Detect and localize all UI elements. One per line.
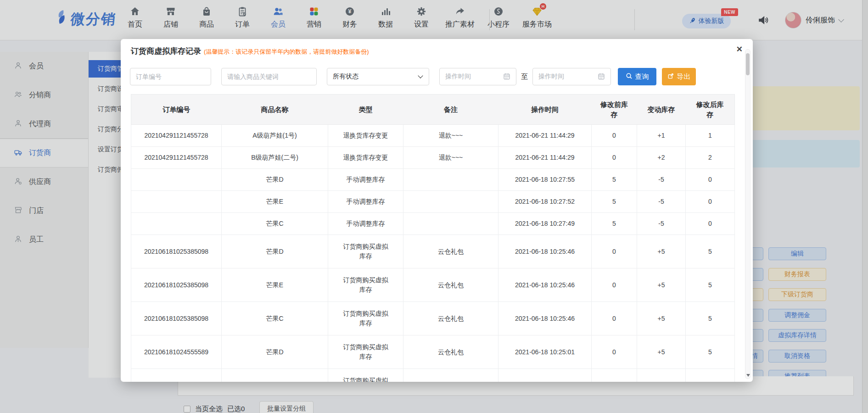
- column-header: 备注: [403, 95, 498, 125]
- stock-table-wrap: 订单编号商品名称类型备注操作时间修改前库存变动库存修改后库存2021042911…: [131, 94, 734, 382]
- modal-title: 订货商虚拟库存记录: [131, 47, 201, 56]
- table-cell: 2021-06-18 10:25:46: [498, 302, 592, 335]
- table-cell: 云仓礼包: [403, 302, 498, 335]
- scrollbar-thumb[interactable]: [746, 53, 750, 75]
- table-cell: 5: [592, 169, 637, 191]
- table-row: 202106181025385098芒果C订货商购买虚拟库存云仓礼包2021-0…: [131, 302, 735, 335]
- modal-scrollbar: [745, 49, 750, 379]
- table-cell: 2021-06-21 11:44:29: [498, 125, 592, 147]
- table-cell: 0: [686, 213, 735, 235]
- screen: 微分销 首页店铺商品订单会员营销¥财务数据设置推广素材小程序H服务市场 体验新版…: [0, 0, 868, 413]
- table-cell: 云仓礼包: [403, 369, 498, 382]
- column-header: 类型: [328, 95, 403, 125]
- table-header-row: 订单编号商品名称类型备注操作时间修改前库存变动库存修改后库存: [131, 95, 735, 125]
- table-cell: 5: [686, 369, 735, 382]
- export-button[interactable]: 导出: [662, 68, 696, 85]
- table-cell: [131, 213, 222, 235]
- table-cell: 订货商购买虚拟库存: [328, 268, 403, 302]
- table-cell: +2: [637, 147, 686, 169]
- start-time-input[interactable]: 操作时间: [439, 68, 516, 85]
- to-label: 至: [521, 73, 528, 81]
- table-cell: 0: [592, 369, 637, 382]
- product-keyword-input[interactable]: [221, 68, 317, 85]
- table-cell: 202106181024555589: [131, 335, 222, 369]
- table-cell: [131, 169, 222, 191]
- modal-warning: (温馨提示：该记录只保留半年内的数据，请提前做好数据备份): [204, 48, 369, 55]
- table-row: 202104291121455728B级葫芦娃(二号)退换货库存变更退款~~~2…: [131, 147, 735, 169]
- table-cell: 2021-06-18 10:25:46: [498, 268, 592, 302]
- close-icon[interactable]: ✕: [736, 45, 743, 54]
- table-cell: +5: [637, 235, 686, 268]
- table-cell: +5: [637, 268, 686, 302]
- calendar-icon: [503, 73, 510, 81]
- filter-bar: 所有状态 操作时间 至 操作时间 查询 导出: [130, 68, 696, 85]
- search-button[interactable]: 查询: [618, 68, 656, 85]
- stock-table: 订单编号商品名称类型备注操作时间修改前库存变动库存修改后库存2021042911…: [131, 94, 735, 382]
- table-cell: [403, 191, 498, 213]
- table-cell: 芒果C: [222, 213, 328, 235]
- scrollbar-down-arrow[interactable]: [746, 374, 750, 377]
- table-row: 202106181024555589芒果D订货商购买虚拟库存云仓礼包2021-0…: [131, 335, 735, 369]
- table-cell: 退换货库存变更: [328, 147, 403, 169]
- table-cell: -5: [637, 191, 686, 213]
- table-cell: +5: [637, 335, 686, 369]
- end-time-placeholder: 操作时间: [538, 73, 564, 81]
- column-header: 订单编号: [131, 95, 222, 125]
- table-cell: 2021-06-18 10:25:01: [498, 335, 592, 369]
- table-cell: 202106181025385098: [131, 302, 222, 335]
- table-cell: 5: [686, 302, 735, 335]
- table-cell: 0: [592, 335, 637, 369]
- table-cell: 手动调整库存: [328, 213, 403, 235]
- export-icon: [667, 73, 674, 81]
- table-cell: 2021-06-18 10:27:52: [498, 191, 592, 213]
- table-cell: 云仓礼包: [403, 268, 498, 302]
- table-cell: 云仓礼包: [403, 335, 498, 369]
- table-cell: 2021-06-18 10:27:55: [498, 169, 592, 191]
- table-cell: 202104291121455728: [131, 147, 222, 169]
- table-cell: 订货商购买虚拟库存: [328, 235, 403, 268]
- column-header: 修改前库存: [592, 95, 637, 125]
- column-header: 修改后库存: [686, 95, 735, 125]
- search-icon: [626, 73, 633, 81]
- table-cell: 5: [592, 213, 637, 235]
- table-cell: 2021-06-18 10:25:46: [498, 235, 592, 268]
- table-cell: 0: [592, 268, 637, 302]
- table-cell: 芒果E: [222, 268, 328, 302]
- end-time-input[interactable]: 操作时间: [532, 68, 611, 85]
- table-cell: 退款~~~: [403, 125, 498, 147]
- column-header: 商品名称: [222, 95, 328, 125]
- table-cell: 芒果E: [222, 369, 328, 382]
- table-cell: 0: [686, 191, 735, 213]
- table-row: 芒果D手动调整库存2021-06-18 10:27:555-50: [131, 169, 735, 191]
- table-cell: 2021-06-18 10:25:01: [498, 369, 592, 382]
- table-row: 202106181024555589芒果E订货商购买虚拟库存云仓礼包2021-0…: [131, 369, 735, 382]
- table-cell: B级葫芦娃(二号): [222, 147, 328, 169]
- start-time-placeholder: 操作时间: [445, 73, 471, 81]
- order-number-input[interactable]: [130, 68, 211, 85]
- table-cell: -5: [637, 169, 686, 191]
- table-cell: 0: [592, 302, 637, 335]
- table-cell: +5: [637, 369, 686, 382]
- table-row: 202106181025385098芒果D订货商购买虚拟库存云仓礼包2021-0…: [131, 235, 735, 268]
- table-cell: +5: [637, 302, 686, 335]
- status-select[interactable]: 所有状态: [327, 68, 429, 85]
- table-cell: 云仓礼包: [403, 235, 498, 268]
- export-button-label: 导出: [677, 73, 691, 81]
- calendar-icon: [598, 73, 605, 81]
- table-cell: 2021-06-21 11:44:29: [498, 147, 592, 169]
- table-cell: 0: [592, 125, 637, 147]
- table-cell: 芒果E: [222, 191, 328, 213]
- table-cell: 2021-06-18 10:27:49: [498, 213, 592, 235]
- table-cell: 5: [686, 268, 735, 302]
- table-cell: [403, 169, 498, 191]
- table-cell: 芒果D: [222, 235, 328, 268]
- table-cell: [131, 191, 222, 213]
- table-cell: 手动调整库存: [328, 191, 403, 213]
- table-cell: 202106181025385098: [131, 235, 222, 268]
- table-cell: 芒果C: [222, 302, 328, 335]
- table-cell: 2: [686, 147, 735, 169]
- table-cell: 订货商购买虚拟库存: [328, 302, 403, 335]
- table-cell: 0: [592, 235, 637, 268]
- table-cell: 5: [686, 335, 735, 369]
- table-cell: 芒果D: [222, 335, 328, 369]
